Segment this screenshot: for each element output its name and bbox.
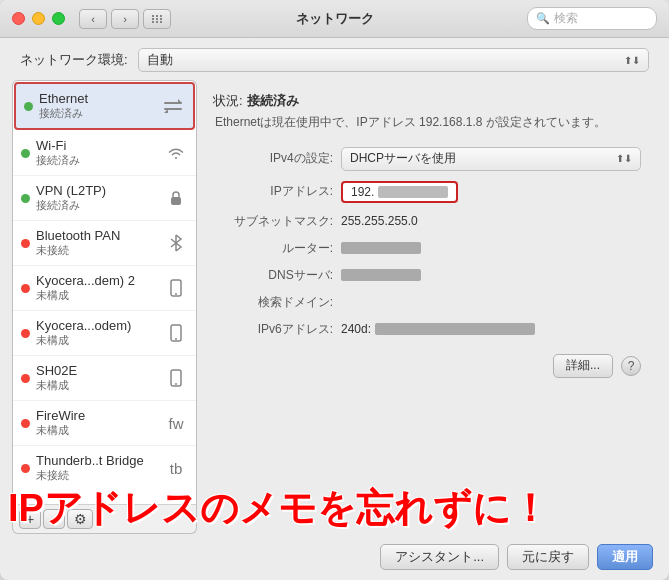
svg-rect-1 [164,108,182,110]
sidebar-item-sh02e[interactable]: SH02E 未構成 [13,356,196,401]
search-domain-row: 検索ドメイン: [213,294,641,311]
grid-icon [152,15,163,23]
close-button[interactable] [12,12,25,25]
apply-button[interactable]: 適用 [597,544,653,570]
env-select[interactable]: 自動 ⬆⬇ [138,48,649,72]
status-label: 状況: [213,92,243,110]
sidebar-item-wifi[interactable]: Wi-Fi 接続済み [13,131,196,176]
svg-point-6 [175,293,177,295]
item-text: Thunderb..t Bridge 未接続 [36,453,164,483]
item-name: Ethernet [39,91,161,106]
detail-panel: 状況: 接続済み Ethernetは現在使用中で、IPアドレス 192.168.… [197,80,657,534]
network-type-icon [164,276,188,300]
item-name: Kyocera...odem) [36,318,164,333]
network-type-icon [164,186,188,210]
question-icon: ? [628,359,635,373]
item-text: SH02E 未構成 [36,363,164,393]
item-status: 未構成 [36,423,164,438]
status-desc: Ethernetは現在使用中で、IPアドレス 192.168.1.8 が設定され… [215,114,641,131]
sidebar-item-bluetooth-pan[interactable]: Bluetooth PAN 未接続 [13,221,196,266]
dns-value [341,269,421,281]
form-section: IPv4の設定: DHCPサーバを使用 ⬆⬇ IPアドレス: 192. [213,147,641,338]
status-dot [21,149,30,158]
status-value: 接続済み [247,92,299,110]
status-dot [21,329,30,338]
search-domain-label: 検索ドメイン: [213,294,333,311]
svg-rect-4 [171,197,181,205]
router-value [341,242,421,254]
window-title: ネットワーク [296,10,374,28]
sidebar-item-thunderbolt[interactable]: Thunderb..t Bridge 未接続 tb [13,446,196,490]
ipv6-value: 240d: [341,322,535,336]
sidebar-list: Ethernet 接続済み Wi-Fi 接続済み VPN (L2TP) 接続済み… [12,80,197,504]
status-dot [21,374,30,383]
forward-icon: › [123,13,127,25]
maximize-button[interactable] [52,12,65,25]
ipv6-row: IPv6アドレス: 240d: [213,321,641,338]
item-status: 未接続 [36,468,164,483]
item-name: Bluetooth PAN [36,228,164,243]
subnet-label: サブネットマスク: [213,213,333,230]
router-row: ルーター: [213,240,641,257]
ipv4-select[interactable]: DHCPサーバを使用 ⬆⬇ [341,147,641,171]
forward-button[interactable]: › [111,9,139,29]
revert-button[interactable]: 元に戻す [507,544,589,570]
assistant-button[interactable]: アシスタント... [380,544,499,570]
status-row: 状況: 接続済み [213,92,641,110]
ip-row: IPアドレス: 192. [213,181,641,203]
gear-menu-button[interactable]: ⚙ [67,509,93,529]
ipv4-label: IPv4の設定: [213,150,333,167]
ip-blur [378,186,448,198]
status-dot [21,419,30,428]
sidebar-item-vpn[interactable]: VPN (L2TP) 接続済み [13,176,196,221]
env-label: ネットワーク環境: [20,51,128,69]
content-area: ネットワーク環境: 自動 ⬆⬇ Ethernet 接続済み Wi-Fi [0,38,669,580]
router-label: ルーター: [213,240,333,257]
detail-button[interactable]: 詳細... [553,354,613,378]
sidebar-item-firewire[interactable]: FireWire 未構成 fw [13,401,196,446]
env-row: ネットワーク環境: 自動 ⬆⬇ [0,38,669,80]
item-text: VPN (L2TP) 接続済み [36,183,164,213]
subnet-row: サブネットマスク: 255.255.255.0 [213,213,641,230]
status-dot [21,284,30,293]
app-grid-button[interactable] [143,9,171,29]
main-body: Ethernet 接続済み Wi-Fi 接続済み VPN (L2TP) 接続済み… [0,80,669,534]
search-icon: 🔍 [536,12,550,25]
item-status: 未構成 [36,333,164,348]
back-icon: ‹ [91,13,95,25]
env-select-value: 自動 [147,51,173,69]
item-text: Kyocera...dem) 2 未構成 [36,273,164,303]
item-name: Kyocera...dem) 2 [36,273,164,288]
remove-network-button[interactable]: − [43,509,65,529]
search-box[interactable]: 🔍 検索 [527,7,657,30]
dns-row: DNSサーバ: [213,267,641,284]
minus-icon: − [50,511,58,527]
item-name: Wi-Fi [36,138,164,153]
svg-point-8 [175,338,177,340]
ipv6-label: IPv6アドレス: [213,321,333,338]
ipv4-arrow-icon: ⬆⬇ [616,153,632,164]
gear-icon: ⚙ [74,511,87,527]
svg-point-10 [175,383,177,385]
item-text: FireWire 未構成 [36,408,164,438]
search-placeholder: 検索 [554,10,578,27]
item-name: Thunderb..t Bridge [36,453,164,468]
sidebar-item-ethernet[interactable]: Ethernet 接続済み [14,82,195,130]
sidebar-item-kyocera-modem[interactable]: Kyocera...odem) 未構成 [13,311,196,356]
sidebar-item-kyocera-dem2[interactable]: Kyocera...dem) 2 未構成 [13,266,196,311]
chevron-icon: ⬆⬇ [624,55,640,66]
network-type-icon: tb [164,456,188,480]
ipv4-value: DHCPサーバを使用 [350,150,456,167]
back-button[interactable]: ‹ [79,9,107,29]
minimize-button[interactable] [32,12,45,25]
item-status: 接続済み [39,106,161,121]
add-network-button[interactable]: + [19,509,41,529]
plus-icon: + [26,511,34,527]
traffic-lights [12,12,65,25]
help-button[interactable]: ? [621,356,641,376]
sidebar-wrapper: Ethernet 接続済み Wi-Fi 接続済み VPN (L2TP) 接続済み… [12,80,197,534]
network-type-icon [164,231,188,255]
item-status: 接続済み [36,198,164,213]
item-name: SH02E [36,363,164,378]
status-dot [24,102,33,111]
